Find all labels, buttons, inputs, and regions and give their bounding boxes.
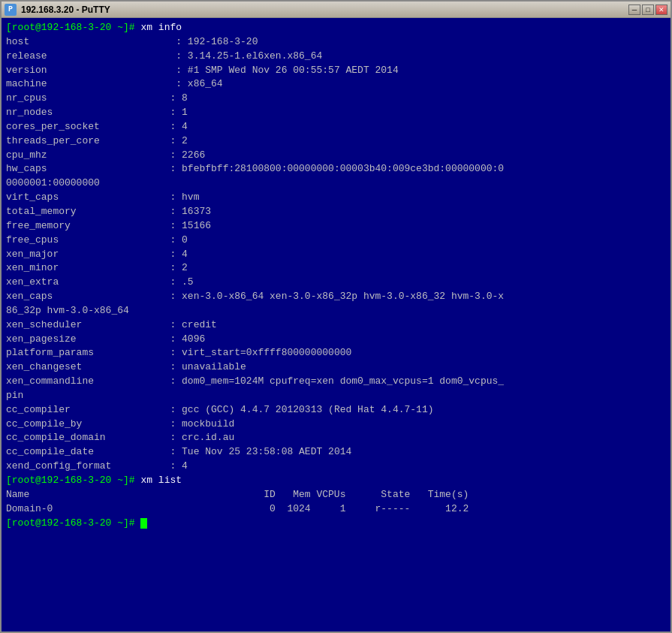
info-value: .5 (182, 276, 194, 288)
info-value: dom0_mem=1024M cpufreq=xen dom0_max_vcpu… (182, 375, 504, 387)
info-key: cc_compile_by : (6, 418, 182, 430)
info-value: mockbuild (182, 418, 234, 430)
terminal-line: xen_caps : xen-3.0-x86_64 xen-3.0-x86_32… (6, 290, 666, 304)
terminal-line: free_memory : 15166 (6, 219, 666, 234)
prompt-text: [root@192-168-3-20 ~]# (6, 475, 140, 486)
info-key: threads_per_core : (6, 135, 182, 146)
info-value: 2 (182, 262, 188, 273)
terminal-line: [root@192-168-3-20 ~]# (6, 517, 666, 531)
info-value: 4 (182, 249, 188, 260)
info-value: unavailable (182, 361, 246, 372)
info-value: 4 (182, 121, 188, 132)
terminal-area[interactable]: [root@192-168-3-20 ~]# xm infohost : 192… (2, 18, 670, 631)
terminal-line: total_memory : 16373 (6, 205, 666, 219)
titlebar-buttons: ─ □ ✕ (628, 5, 667, 15)
info-value: bfebfbff:28100800:00000000:00003b40:009c… (182, 163, 504, 174)
command-text: xm info (140, 22, 182, 33)
info-key: platform_params : (6, 347, 182, 358)
terminal-line: xen_major : 4 (6, 248, 666, 262)
close-button[interactable]: ✕ (655, 5, 667, 15)
terminal-line: xen_changeset : unavailable (6, 360, 666, 375)
terminal-line: release : 3.14.25-1.el6xen.x86_64 (6, 50, 666, 64)
terminal-line: pin (6, 389, 666, 403)
info-key: hw_caps : (6, 163, 182, 174)
terminal-line: nr_cpus : 8 (6, 92, 666, 106)
titlebar-icon: P (5, 4, 17, 16)
minimize-button[interactable]: ─ (628, 5, 640, 15)
prompt-text: [root@192-168-3-20 ~]# (6, 517, 140, 529)
terminal-line: virt_caps : hvm (6, 191, 666, 205)
info-key: version : (6, 65, 188, 76)
info-key: xen_caps : (6, 291, 182, 302)
maximize-button[interactable]: □ (642, 5, 654, 15)
terminal-line: machine : x86_64 (6, 77, 666, 92)
info-value: 4096 (182, 333, 205, 345)
info-key: free_cpus : (6, 234, 182, 246)
info-key: xen_scheduler : (6, 319, 182, 330)
info-value: hvm (182, 191, 199, 203)
info-value: 0 (182, 234, 188, 246)
terminal-line: cc_compile_domain : crc.id.au (6, 431, 666, 445)
info-key: xen_pagesize : (6, 333, 182, 345)
terminal-line: platform_params : virt_start=0xffff80000… (6, 346, 666, 360)
info-key: host : (6, 36, 188, 47)
terminal-line: Domain-0 0 1024 1 r----- 12.2 (6, 502, 666, 517)
info-value: #1 SMP Wed Nov 26 00:55:57 AEDT 2014 (188, 65, 399, 76)
info-key: nr_cpus : (6, 92, 182, 104)
cursor-block (140, 518, 147, 529)
terminal-line: nr_nodes : 1 (6, 106, 666, 120)
info-key: nr_nodes : (6, 107, 182, 118)
info-value: 3.14.25-1.el6xen.x86_64 (188, 50, 322, 62)
info-value: gcc (GCC) 4.4.7 20120313 (Red Hat 4.4.7-… (182, 404, 433, 415)
info-value: 192-168-3-20 (188, 36, 258, 47)
terminal-line: cc_compiler : gcc (GCC) 4.4.7 20120313 (… (6, 403, 666, 417)
info-key: machine : (6, 78, 188, 89)
info-value: 2266 (182, 149, 205, 161)
terminal-line: 0000001:00000000 (6, 176, 666, 191)
info-key: release : (6, 50, 188, 62)
window-title: 192.168.3.20 - PuTTY (21, 5, 624, 15)
terminal-line: xen_pagesize : 4096 (6, 333, 666, 347)
terminal-line: cc_compile_date : Tue Nov 25 23:58:08 AE… (6, 445, 666, 460)
info-key: cores_per_socket : (6, 121, 182, 132)
terminal-line: xen_extra : .5 (6, 276, 666, 290)
info-key: cc_compile_date : (6, 446, 182, 457)
info-key: virt_caps : (6, 191, 182, 203)
terminal-line: 86_32p hvm-3.0-x86_64 (6, 304, 666, 318)
info-value: 4 (182, 460, 188, 472)
info-value: virt_start=0xffff800000000000 (182, 347, 351, 358)
terminal-line: cc_compile_by : mockbuild (6, 417, 666, 432)
info-value: crc.id.au (182, 432, 234, 443)
info-value: x86_64 (188, 78, 223, 89)
terminal-line: [root@192-168-3-20 ~]# xm info (6, 21, 666, 35)
info-key: xen_commandline : (6, 375, 182, 387)
terminal-line: hw_caps : bfebfbff:28100800:00000000:000… (6, 162, 666, 176)
terminal-line: [root@192-168-3-20 ~]# xm list (6, 474, 666, 488)
terminal-line: version : #1 SMP Wed Nov 26 00:55:57 AED… (6, 64, 666, 78)
info-value: 2 (182, 135, 188, 146)
info-value: Tue Nov 25 23:58:08 AEDT 2014 (182, 446, 351, 457)
command-text: xm list (140, 475, 182, 486)
terminal-line: free_cpus : 0 (6, 234, 666, 248)
info-key: xen_changeset : (6, 361, 182, 372)
terminal-line: cores_per_socket : 4 (6, 120, 666, 134)
terminal-line: Name ID Mem VCPUs State Time(s) (6, 488, 666, 502)
info-key: xen_major : (6, 249, 182, 260)
terminal-line: threads_per_core : 2 (6, 134, 666, 149)
terminal-line: xen_commandline : dom0_mem=1024M cpufreq… (6, 375, 666, 389)
terminal-line: xend_config_format : 4 (6, 460, 666, 474)
info-value: xen-3.0-x86_64 xen-3.0-x86_32p hvm-3.0-x… (182, 291, 504, 302)
terminal-line: xen_minor : 2 (6, 261, 666, 276)
info-key: xen_minor : (6, 262, 182, 273)
prompt-text: [root@192-168-3-20 ~]# (6, 22, 140, 33)
terminal-line: xen_scheduler : credit (6, 318, 666, 333)
terminal-line: cpu_mhz : 2266 (6, 149, 666, 163)
info-key: xen_extra : (6, 276, 182, 288)
info-key: cc_compiler : (6, 404, 182, 415)
info-value: credit (182, 319, 217, 330)
info-value: 1 (182, 107, 188, 118)
putty-window: P 192.168.3.20 - PuTTY ─ □ ✕ [root@192-1… (0, 0, 672, 633)
info-value: 15166 (182, 220, 211, 231)
info-key: total_memory : (6, 206, 182, 217)
terminal-line: host : 192-168-3-20 (6, 35, 666, 50)
